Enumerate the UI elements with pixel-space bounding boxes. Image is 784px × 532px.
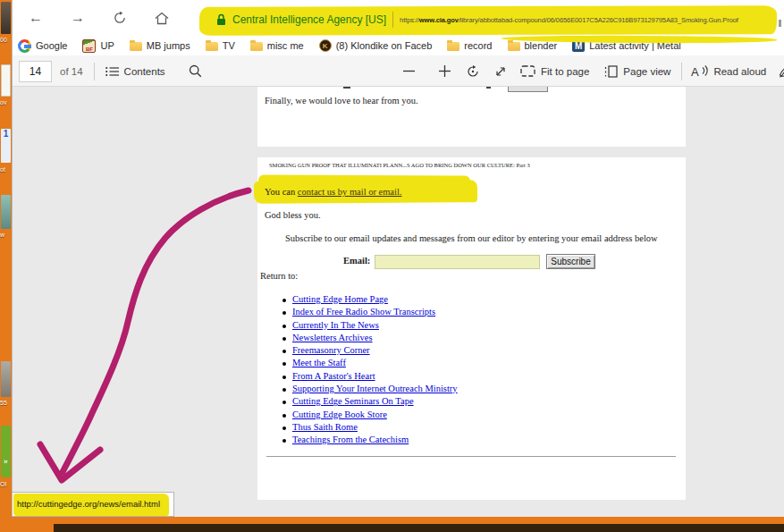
desktop-icon-label: ov: [0, 99, 12, 106]
bookmark-up[interactable]: BFUP: [82, 39, 114, 53]
return-to-label: Return to:: [260, 271, 298, 281]
bookmark-folder-misc-me[interactable]: misc me: [250, 40, 304, 51]
pdf-link[interactable]: Meet the Staff: [292, 358, 346, 367]
address-separator: [392, 12, 393, 28]
bookmark-folder-blender[interactable]: blender: [508, 40, 558, 51]
desktop-icon-label: 55: [0, 400, 12, 406]
list-item: Meet the Staff: [282, 357, 458, 369]
pdf-link[interactable]: Cutting Edge Seminars On Tape: [292, 396, 414, 406]
back-icon[interactable]: ←: [27, 9, 45, 27]
zoom-out-button[interactable]: [403, 65, 415, 77]
search-button[interactable]: [189, 64, 202, 78]
desktop-icon-photo3[interactable]: [1, 361, 11, 397]
fit-to-page-icon: [520, 65, 535, 77]
contact-line: You can contact us by mail or email.: [265, 187, 402, 197]
add-notes-button[interactable]: Add n: [778, 65, 784, 78]
pdf-link[interactable]: Cutting Edge Book Store: [292, 410, 387, 419]
list-item: From A Pastor's Heart: [282, 370, 458, 383]
desktop-icon-label: 00: [0, 37, 12, 43]
zoom-in-button[interactable]: [439, 65, 451, 77]
klondike-icon: K: [319, 39, 332, 52]
list-item: Newsletters Archives: [282, 332, 458, 344]
desktop-icon-photo1[interactable]: [1, 2, 11, 34]
pdf-link[interactable]: Freemasonry Corner: [292, 345, 370, 355]
page-view-button[interactable]: Page view: [604, 65, 670, 78]
address-bar[interactable]: Central Intelligence Agency [US] https:/…: [216, 0, 738, 39]
desktop-icon-label: ot: [0, 166, 12, 173]
bookmark-folder-mb-jumps[interactable]: MB jumps: [130, 40, 190, 51]
rotate-button[interactable]: [466, 64, 480, 79]
highlighter-mark-contact: [258, 174, 470, 186]
desktop-icon-document[interactable]: [1, 64, 11, 97]
refresh-icon[interactable]: [111, 9, 129, 27]
pdf-page-header: SMOKING GUN PROOF THAT ILLUMINATI PLANN.…: [269, 162, 530, 168]
desktop-icon-photo2[interactable]: [1, 195, 11, 229]
desktop-icon-green-logo[interactable]: ir: [1, 426, 11, 477]
horizontal-rule: [266, 456, 676, 458]
fullscreen-button[interactable]: [494, 65, 507, 78]
folder-icon: [447, 42, 459, 51]
desktop-icon-label: w: [0, 232, 12, 238]
bookmark-folder-tv[interactable]: TV: [206, 40, 235, 51]
bookmark-folder-record[interactable]: record: [447, 40, 492, 51]
image-icon: BF: [82, 39, 96, 53]
page-view-icon: [604, 65, 618, 78]
minus-icon: [403, 65, 415, 77]
forward-icon[interactable]: →: [69, 9, 87, 27]
taskbar-edge: [54, 524, 784, 532]
contents-button[interactable]: Contents: [105, 66, 165, 77]
list-item: Cutting Edge Book Store: [282, 409, 458, 421]
pdf-page-13: Finally, we would love to hear from you.: [257, 87, 686, 147]
pdf-toolbar: 14 of 14 Contents: [13, 55, 784, 87]
page-count-label: of 14: [60, 66, 83, 77]
browser-navbar: ← → Central Intelligence Agency [US] htt…: [13, 0, 784, 36]
status-bar-tooltip: http://cuttingedge.org/news/email.html: [13, 492, 174, 517]
cut-text-fragment: [486, 87, 491, 89]
page-number-input[interactable]: 14: [19, 61, 52, 82]
rotate-icon: [466, 64, 480, 79]
url-text[interactable]: https://www.cia.gov/library/abbottabad-c…: [400, 16, 738, 24]
list-item: Thus Saith Rome: [282, 421, 458, 434]
desktop-icon-number1[interactable]: 1: [1, 129, 11, 163]
list-item: Teachings From the Catechism: [282, 434, 458, 446]
folder-icon: [250, 42, 263, 51]
contact-link[interactable]: contact us by mail or email.: [298, 187, 402, 197]
pdf-link[interactable]: Currently In The News: [292, 320, 379, 330]
return-links-list: Cutting Edge Home Page Index of Free Rad…: [282, 293, 458, 447]
pdf-paragraph: Finally, we would love to hear from you.: [265, 96, 418, 106]
pdf-link[interactable]: Index of Free Radio Show Transcripts: [292, 307, 435, 317]
plus-icon: [439, 65, 451, 77]
pdf-page-14: SMOKING GUN PROOF THAT ILLUMINATI PLANN.…: [257, 157, 686, 500]
pdf-link[interactable]: Newsletters Archives: [292, 333, 373, 342]
bookmark-klondike[interactable]: K(8) Klondike on Faceb: [319, 39, 433, 52]
folder-icon: [508, 42, 520, 51]
pdf-link[interactable]: From A Pastor's Heart: [292, 371, 375, 381]
list-item: Supporting Your Internet Outreach Minist…: [282, 383, 458, 395]
folder-icon: [206, 42, 218, 51]
pdf-link[interactable]: Cutting Edge Home Page: [292, 294, 388, 304]
folder-icon: [130, 42, 142, 51]
desktop: 00 ov 1 ot w 55 ir OI ← →: [0, 0, 784, 532]
desktop-icon-label: OI: [0, 481, 12, 487]
cut-button-fragment: [508, 87, 548, 92]
email-label: Email:: [343, 256, 370, 266]
search-icon: [189, 64, 202, 78]
pdf-link[interactable]: Teachings From the Catechism: [292, 435, 409, 444]
favorites-icon-fragment[interactable]: [779, 20, 781, 27]
google-icon: [18, 39, 31, 53]
list-item: Cutting Edge Seminars On Tape: [282, 395, 458, 408]
bookmark-google[interactable]: Google: [18, 39, 67, 53]
browser-window: ← → Central Intelligence Agency [US] htt…: [12, 0, 784, 517]
pdf-link[interactable]: Supporting Your Internet Outreach Minist…: [292, 384, 458, 393]
site-identity-label[interactable]: Central Intelligence Agency [US]: [232, 13, 386, 26]
toolbar-divider: [94, 63, 95, 80]
email-field[interactable]: [375, 255, 540, 269]
home-icon[interactable]: [153, 9, 171, 27]
fit-to-page-button[interactable]: Fit to page: [520, 65, 589, 77]
lock-icon: [216, 13, 226, 26]
pdf-paragraph: God bless you.: [265, 210, 321, 220]
read-aloud-button[interactable]: A Read aloud: [691, 65, 766, 78]
pdf-link[interactable]: Thus Saith Rome: [292, 422, 358, 432]
pdf-viewer[interactable]: Finally, we would love to hear from you.…: [13, 87, 784, 517]
subscribe-button[interactable]: Subscribe: [546, 254, 595, 269]
